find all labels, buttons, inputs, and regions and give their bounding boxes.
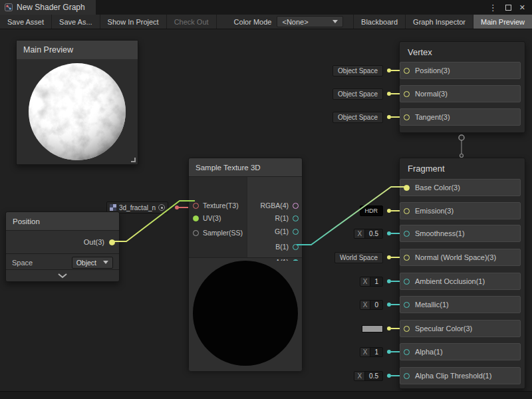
block-label: Normal (World Space)(3) [415, 253, 496, 261]
sample-node-title[interactable]: Sample Texture 3D [189, 158, 302, 177]
close-icon[interactable]: ✕ [519, 4, 525, 11]
fragment-row-ambient-occlusion: X1 Ambient Occlusion(1) [287, 273, 521, 290]
block-alpha-clip-threshold[interactable]: Alpha Clip Threshold(1) [400, 367, 521, 384]
block-specular-color[interactable]: Specular Color(3) [400, 320, 521, 337]
vertex-row-position: Object Space Position(3) [287, 62, 521, 79]
save-as-button[interactable]: Save As... [52, 15, 100, 29]
stub-wire [391, 93, 400, 94]
x-value[interactable]: 0.5 [365, 372, 382, 380]
block-tangent[interactable]: Tangent(3) [400, 108, 521, 126]
collapse-chevron-icon [57, 273, 68, 279]
vertex-node[interactable]: Vertex Object Space Position(3) Object S… [399, 41, 525, 133]
uv-input-port[interactable] [193, 215, 199, 221]
x-value[interactable]: 0 [370, 301, 382, 309]
blackboard-toggle[interactable]: Blackboard [353, 15, 405, 29]
b-output-port[interactable] [293, 244, 299, 250]
stub-wire [391, 233, 400, 234]
main-preview-title[interactable]: Main Preview [17, 41, 138, 59]
x-label: X [360, 277, 371, 286]
space-dropdown[interactable]: Object [72, 257, 113, 269]
sample-texture-3d-node[interactable]: Sample Texture 3D Texture(T3) UV(3) Samp… [188, 158, 303, 369]
float-field[interactable]: X0 [360, 300, 383, 310]
alpha-port[interactable] [404, 349, 410, 355]
g-output-port[interactable] [293, 229, 299, 235]
color-swatch-field[interactable] [362, 325, 383, 332]
ambient-occlusion-port[interactable] [404, 279, 410, 285]
stub-wire [391, 351, 400, 352]
fragment-node[interactable]: Fragment Base Color(3) HDR Emission(3) X… [399, 158, 525, 389]
maximize-icon[interactable] [505, 5, 511, 11]
kebab-menu-icon[interactable]: ⋮ [489, 3, 497, 12]
document-title: New Shader Graph [17, 3, 85, 12]
x-value[interactable]: 1 [370, 348, 382, 356]
object-picker-icon[interactable] [158, 204, 165, 211]
specular-color-port[interactable] [404, 326, 410, 332]
port-label: Sampler(SS) [203, 229, 243, 237]
position-port[interactable] [404, 68, 410, 74]
normal-ws-port[interactable] [404, 255, 410, 261]
block-label: Normal(3) [415, 90, 448, 98]
texture-input-port[interactable] [193, 203, 199, 209]
x-label: X [360, 301, 371, 309]
block-position[interactable]: Position(3) [400, 62, 521, 79]
main-preview-panel[interactable]: Main Preview [16, 40, 138, 165]
space-dropdown[interactable]: Object Space [332, 112, 383, 123]
panel-resize-handle[interactable] [131, 158, 136, 162]
position-node-title[interactable]: Position [6, 212, 119, 231]
block-smoothness[interactable]: Smoothness(1) [400, 225, 521, 242]
metallic-port[interactable] [404, 302, 410, 308]
block-alpha[interactable]: Alpha(1) [400, 343, 521, 360]
node-collapse-bar[interactable] [6, 269, 119, 281]
space-dropdown[interactable]: Object Space [332, 88, 383, 100]
document-tab[interactable]: New Shader Graph [0, 0, 96, 15]
block-normal-ws[interactable]: Normal (World Space)(3) [400, 249, 521, 266]
graph-inspector-toggle[interactable]: Graph Inspector [405, 15, 473, 29]
block-metallic[interactable]: Metallic(1) [400, 296, 521, 313]
fragment-row-alpha-clip: X0.5 Alpha Clip Threshold(1) [287, 367, 521, 384]
fragment-node-title: Fragment [400, 158, 525, 176]
block-normal[interactable]: Normal(3) [400, 85, 521, 102]
toolbar-toggle-group: Blackboard Graph Inspector Main Preview [353, 15, 532, 29]
save-asset-button[interactable]: Save Asset [0, 15, 52, 29]
alpha-clip-threshold-port[interactable] [404, 373, 410, 379]
graph-canvas[interactable]: Main Preview [0, 29, 532, 391]
chevron-down-icon [332, 20, 338, 23]
input-texture: Texture(T3) [193, 201, 239, 209]
stub-wire [391, 304, 400, 305]
float-field[interactable]: X0.5 [354, 229, 383, 239]
rgba-output-port[interactable] [293, 203, 299, 209]
title-bar: New Shader Graph ⋮ ✕ [0, 0, 532, 15]
position-node[interactable]: Position Out(3) Space Object [5, 211, 120, 282]
tangent-port[interactable] [404, 114, 410, 120]
shader-preview-sphere [27, 62, 127, 162]
color-mode-dropdown[interactable]: <None> [277, 16, 343, 27]
x-value[interactable]: 0.5 [365, 229, 382, 238]
float-field[interactable]: X1 [360, 277, 383, 287]
main-preview-toggle[interactable]: Main Preview [473, 15, 532, 29]
r-output-port[interactable] [293, 215, 299, 221]
out-port[interactable] [109, 239, 115, 245]
sampler-input-port[interactable] [193, 230, 199, 236]
float-field[interactable]: X1 [360, 347, 383, 357]
normal-port[interactable] [404, 91, 410, 97]
port-label: Out(3) [84, 238, 104, 246]
show-in-project-button[interactable]: Show In Project [100, 15, 167, 29]
block-emission[interactable]: Emission(3) [400, 202, 521, 219]
stub-wire [391, 257, 400, 258]
block-label: Emission(3) [415, 207, 454, 215]
space-dropdown[interactable]: World Space [334, 252, 383, 263]
position-space-row: Space Object [6, 253, 119, 271]
hdr-color-field[interactable]: HDR [360, 205, 384, 216]
preview-sphere-black [193, 261, 298, 366]
x-label: X [354, 372, 365, 380]
x-value[interactable]: 1 [370, 277, 382, 286]
float-field[interactable]: X0.5 [354, 371, 383, 381]
space-value: Object [76, 259, 96, 267]
space-dropdown[interactable]: Object Space [332, 65, 383, 76]
emission-port[interactable] [404, 208, 410, 214]
block-ambient-occlusion[interactable]: Ambient Occlusion(1) [400, 273, 521, 290]
block-base-color[interactable]: Base Color(3) [400, 179, 521, 196]
base-color-port[interactable] [404, 185, 410, 191]
smoothness-port[interactable] [404, 231, 410, 237]
block-label: Alpha(1) [415, 348, 443, 356]
